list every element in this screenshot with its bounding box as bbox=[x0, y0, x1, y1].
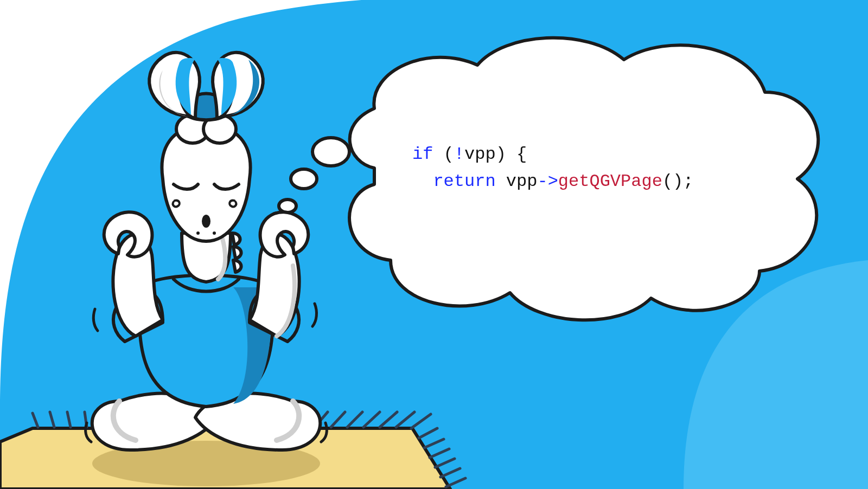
mascot-head bbox=[162, 125, 250, 241]
code-operator-arrow: -> bbox=[537, 171, 558, 191]
svg-point-31 bbox=[291, 169, 317, 189]
code-text: vpp) { bbox=[464, 144, 527, 164]
code-keyword-if: if bbox=[412, 144, 433, 164]
illustration-stage: if (!vpp) { return vpp->getQGVPage(); bbox=[0, 0, 868, 489]
illustration-svg bbox=[0, 0, 868, 489]
code-text: vpp bbox=[496, 171, 538, 191]
code-operator-bang: ! bbox=[454, 144, 464, 164]
svg-point-30 bbox=[312, 138, 349, 166]
code-function: getQGVPage bbox=[558, 171, 662, 191]
code-keyword-return: return bbox=[433, 171, 495, 191]
code-text: ( bbox=[433, 144, 454, 164]
thought-bubble-code: if (!vpp) { return vpp->getQGVPage(); bbox=[412, 141, 765, 195]
mascot-mane bbox=[232, 233, 241, 272]
svg-point-33 bbox=[202, 215, 210, 228]
code-text: (); bbox=[662, 171, 694, 191]
svg-point-34 bbox=[196, 231, 200, 235]
svg-point-35 bbox=[213, 231, 216, 235]
code-indent bbox=[412, 171, 433, 191]
